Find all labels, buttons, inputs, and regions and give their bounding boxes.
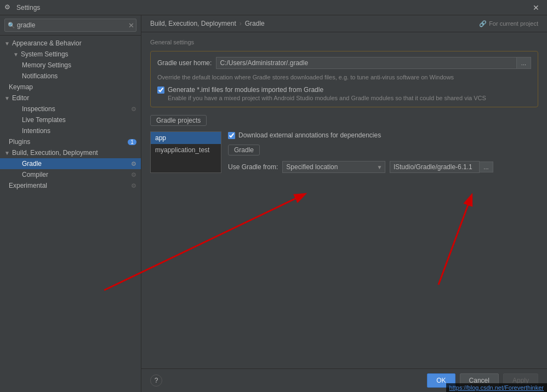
download-annotations-row: Download external annotations for depend… xyxy=(228,131,538,139)
search-clear-button[interactable]: ✕ xyxy=(128,22,134,29)
projects-list: app myapplication_test xyxy=(150,131,221,173)
settings-icon: ⚙ xyxy=(131,182,136,189)
title-bar: ⚙ Settings ✕ xyxy=(0,0,547,15)
main-content: Build, Execution, Deployment › Gradle 🔗 … xyxy=(141,15,547,392)
gradle-projects-section: Gradle projects app myapplication_test xyxy=(150,115,538,173)
sidebar-item-label: System Settings xyxy=(21,50,69,58)
sidebar-item-appearance[interactable]: ▼ Appearance & Behavior xyxy=(0,38,141,49)
content-area: General settings Gradle user home: ... O… xyxy=(141,32,547,368)
project-settings: Download external annotations for depend… xyxy=(228,131,538,173)
search-input[interactable] xyxy=(4,19,136,32)
settings-icon: ⚙ xyxy=(131,171,136,178)
generate-iml-content: Generate *.iml files for modules importe… xyxy=(168,86,486,101)
sidebar-item-gradle[interactable]: Gradle ⚙ xyxy=(0,158,141,169)
watermark-link[interactable]: https://blog.csdn.net/Foreverthinker xyxy=(446,383,547,392)
sidebar-item-label: Experimental xyxy=(9,182,47,189)
gradle-path-wrapper: ... xyxy=(390,161,493,173)
breadcrumb-separator: › xyxy=(240,20,242,27)
gradle-projects-tab[interactable]: Gradle projects xyxy=(150,115,207,126)
link-icon: 🔗 xyxy=(479,20,487,27)
sidebar-item-label: Live Templates xyxy=(22,116,66,124)
project-item-myapplication[interactable]: myapplication_test xyxy=(151,144,221,156)
arrow-icon: ▼ xyxy=(13,51,19,57)
project-item-label: myapplication_test xyxy=(155,146,209,154)
gradle-user-home-input-wrapper: ... xyxy=(216,57,531,69)
sidebar-item-label: Memory Settings xyxy=(22,61,71,69)
project-item-label: app xyxy=(155,134,166,142)
sidebar-tree: ▼ Appearance & Behavior ▼ System Setting… xyxy=(0,36,141,392)
sidebar-item-memory-settings[interactable]: Memory Settings xyxy=(0,60,141,71)
general-settings-box: Gradle user home: ... Override the defau… xyxy=(150,51,538,107)
footer-left: ? xyxy=(150,374,162,387)
sidebar-item-keymap[interactable]: Keymap xyxy=(0,82,141,93)
sidebar-item-label: Appearance & Behavior xyxy=(12,39,82,47)
settings-icon: ⚙ xyxy=(131,160,136,168)
sidebar-item-compiler[interactable]: Compiler ⚙ xyxy=(0,169,141,180)
dialog-title: Settings xyxy=(16,4,529,11)
sidebar-item-label: Notifications xyxy=(22,72,58,80)
gradle-user-home-browse-button[interactable]: ... xyxy=(517,57,531,69)
generate-iml-label[interactable]: Generate *.iml files for modules importe… xyxy=(168,86,323,94)
sidebar-item-label: Editor xyxy=(12,94,29,102)
use-gradle-from-row: Use Gradle from: Specified location grad… xyxy=(228,161,538,173)
settings-dialog: 🔍 ✕ ▼ Appearance & Behavior ▼ System Set… xyxy=(0,15,547,392)
download-annotations-checkbox[interactable] xyxy=(228,132,235,139)
sidebar-item-label: Plugins xyxy=(9,138,30,146)
sidebar-item-label: Inspections xyxy=(22,105,55,113)
close-button[interactable]: ✕ xyxy=(529,2,543,13)
sidebar-item-build-execution[interactable]: ▼ Build, Execution, Deployment xyxy=(0,147,141,158)
gradle-user-home-row: Gradle user home: ... xyxy=(157,57,531,69)
download-annotations-label[interactable]: Download external annotations for depend… xyxy=(238,131,381,139)
project-item-app[interactable]: app xyxy=(151,132,221,144)
settings-icon: ⚙ xyxy=(131,106,136,113)
gradle-inner-tab[interactable]: Gradle xyxy=(228,145,260,155)
sidebar-item-notifications[interactable]: Notifications xyxy=(0,71,141,82)
gradle-path-browse-button[interactable]: ... xyxy=(480,162,493,172)
sidebar: 🔍 ✕ ▼ Appearance & Behavior ▼ System Set… xyxy=(0,15,141,392)
search-icon: 🔍 xyxy=(8,22,15,29)
search-box: 🔍 ✕ xyxy=(0,15,141,36)
sidebar-item-editor[interactable]: ▼ Editor xyxy=(0,93,141,103)
sidebar-item-label: Build, Execution, Deployment xyxy=(12,149,98,157)
breadcrumb-current: Gradle xyxy=(245,20,265,27)
arrow-icon: ▼ xyxy=(4,41,10,47)
sidebar-item-intentions[interactable]: Intentions xyxy=(0,125,141,136)
arrow-icon: ▼ xyxy=(4,150,10,156)
sidebar-item-inspections[interactable]: Inspections ⚙ xyxy=(0,103,141,114)
projects-layout: app myapplication_test Download ext xyxy=(150,131,538,173)
search-input-wrapper: 🔍 ✕ xyxy=(4,19,136,32)
sidebar-item-label: Keymap xyxy=(9,83,33,91)
sidebar-item-system-settings[interactable]: ▼ System Settings xyxy=(0,49,141,60)
dialog-body: 🔍 ✕ ▼ Appearance & Behavior ▼ System Set… xyxy=(0,15,547,392)
sidebar-item-label: Compiler xyxy=(22,171,48,178)
for-current-project-label: For current project xyxy=(489,20,538,27)
plugins-badge: 1 xyxy=(128,139,136,145)
app-icon: ⚙ xyxy=(4,3,13,12)
sidebar-item-plugins[interactable]: Plugins 1 xyxy=(0,136,141,147)
use-gradle-from-label: Use Gradle from: xyxy=(228,163,278,171)
use-gradle-from-select[interactable]: Specified location gradle-wrapper.proper… xyxy=(282,161,385,173)
arrow-icon: ▼ xyxy=(4,95,10,101)
gradle-user-home-label: Gradle user home: xyxy=(157,59,212,67)
sidebar-item-live-templates[interactable]: Live Templates xyxy=(0,114,141,125)
for-current-project: 🔗 For current project xyxy=(479,20,538,27)
breadcrumb-parent: Build, Execution, Deployment xyxy=(150,20,236,27)
generate-iml-hint: Enable if you have a mixed project with … xyxy=(168,95,486,101)
help-button[interactable]: ? xyxy=(150,374,162,387)
sidebar-item-label: Intentions xyxy=(22,127,50,135)
sidebar-item-label: Gradle xyxy=(22,160,42,168)
general-settings-label: General settings xyxy=(150,39,538,45)
sidebar-item-experimental[interactable]: Experimental ⚙ xyxy=(0,180,141,191)
generate-iml-row: Generate *.iml files for modules importe… xyxy=(157,86,531,101)
gradle-hint-text: Override the default location where Grad… xyxy=(157,73,531,82)
gradle-user-home-input[interactable] xyxy=(216,57,516,69)
gradle-path-input[interactable] xyxy=(390,161,480,173)
breadcrumb-bar: Build, Execution, Deployment › Gradle 🔗 … xyxy=(141,15,547,32)
generate-iml-checkbox[interactable] xyxy=(157,87,164,94)
use-gradle-from-dropdown-wrapper: Specified location gradle-wrapper.proper… xyxy=(282,161,385,173)
